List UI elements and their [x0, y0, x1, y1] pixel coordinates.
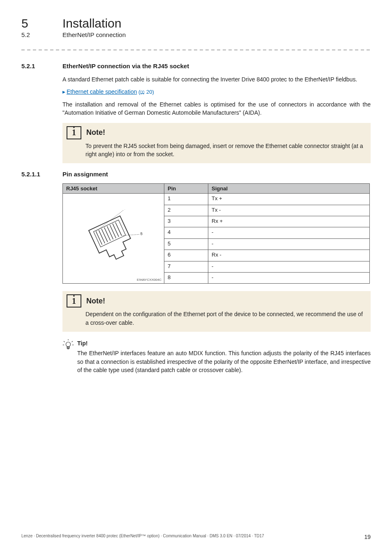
note-body: To prevent the RJ45 socket from being da… — [62, 140, 371, 164]
signal-cell: Rx - — [208, 250, 370, 261]
note-title: Note! — [86, 297, 105, 305]
svg-line-6 — [113, 224, 119, 237]
table-header-pin: Pin — [164, 184, 208, 194]
svg-line-4 — [107, 226, 113, 239]
signal-cell: - — [208, 227, 370, 238]
pin-cell: 6 — [164, 250, 208, 261]
subsubsection-title: Pin assignment — [62, 171, 108, 178]
pin-cell: 8 — [164, 272, 208, 283]
svg-point-12 — [66, 342, 70, 347]
tip-body: The EtherNet/IP interfaces feature an au… — [77, 350, 371, 373]
svg-line-2 — [101, 229, 108, 242]
svg-line-9 — [122, 229, 139, 241]
signal-cell: - — [208, 272, 370, 283]
pin-cell: 7 — [164, 261, 208, 272]
chapter-number: 5 — [21, 16, 62, 30]
link-text[interactable]: Ethernet cable specification — [67, 88, 137, 95]
chapter-title: Installation — [62, 16, 121, 30]
note-callout: 1 Note! Dependent on the configuration o… — [62, 291, 371, 332]
note-body: Dependent on the configuration of the Et… — [62, 308, 371, 332]
footer-text: Lenze · Decentralised frequency inverter… — [21, 534, 264, 540]
svg-line-5 — [110, 225, 116, 238]
body-paragraph: The installation and removal of the Ethe… — [62, 100, 371, 117]
svg-line-0 — [96, 231, 102, 245]
svg-line-14 — [64, 341, 65, 342]
rj45-socket-icon: 1 8 — [83, 209, 144, 267]
svg-text:8: 8 — [140, 231, 144, 236]
body-paragraph: A standard Ethernet patch cable is suita… — [62, 75, 371, 83]
svg-line-1 — [99, 230, 105, 243]
link-page-ref: (🕮 20) — [138, 89, 154, 95]
pin-cell: 3 — [164, 216, 208, 227]
link-arrow-icon: ▸ — [62, 88, 65, 95]
subsection-title: EtherNet/IP connection via the RJ45 sock… — [62, 62, 189, 69]
subsubsection-number: 5.2.1.1 — [21, 171, 62, 178]
tip-title: Tip! — [77, 339, 371, 347]
rj45-socket-image-cell: 1 8 E94AYCXX004C — [63, 194, 164, 284]
note-callout: 1 Note! To prevent the RJ45 socket from … — [62, 123, 371, 164]
divider — [21, 50, 371, 50]
section-number: 5.2 — [21, 31, 62, 38]
signal-cell: Tx + — [208, 194, 370, 205]
image-label: E94AYCXX004C — [137, 278, 161, 282]
table-header-socket: RJ45 socket — [63, 184, 164, 194]
pin-cell: 5 — [164, 238, 208, 250]
table-row: 1 8 E94AYCXX004C 1 Tx + — [63, 194, 370, 205]
pin-cell: 4 — [164, 227, 208, 238]
svg-line-8 — [93, 210, 127, 231]
pin-cell: 2 — [164, 205, 208, 216]
page-number: 19 — [364, 534, 371, 540]
signal-cell: - — [208, 261, 370, 272]
tip-icon — [62, 339, 77, 374]
signal-cell: - — [208, 238, 370, 250]
note-title: Note! — [86, 128, 105, 137]
info-icon: 1 — [67, 126, 81, 139]
cross-reference-link[interactable]: ▸Ethernet cable specification (🕮 20) — [62, 88, 371, 96]
pin-assignment-table: RJ45 socket Pin Signal — [62, 183, 370, 284]
signal-cell: Rx + — [208, 216, 370, 227]
signal-cell: Tx - — [208, 205, 370, 216]
section-title: EtherNet/IP connection — [62, 31, 126, 38]
svg-line-15 — [71, 341, 73, 342]
pin-cell: 1 — [164, 194, 208, 205]
info-icon: 1 — [67, 294, 81, 308]
svg-text:1: 1 — [123, 209, 127, 210]
svg-line-3 — [104, 227, 111, 240]
table-header-signal: Signal — [208, 184, 370, 194]
subsection-number: 5.2.1 — [21, 62, 62, 69]
